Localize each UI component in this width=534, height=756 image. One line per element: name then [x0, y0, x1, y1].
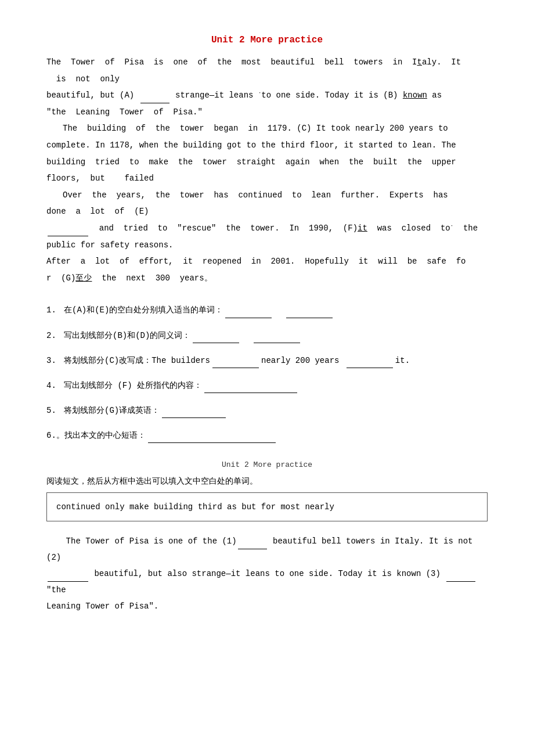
passage2-line3: Leaning Tower of Pisa".: [46, 598, 488, 614]
question-3: 3. 将划线部分(C)改写成：The buildersnearly 200 ye…: [46, 354, 488, 368]
question-4: 4. 写出划线部分 (F) 处所指代的内容：: [46, 379, 488, 393]
passage-section-2: The Tower of Pisa is one of the (1) beau…: [46, 533, 488, 614]
q4-text: 写出划线部分 (F) 处所指代的内容：: [64, 379, 488, 393]
passage-para3-line3: and tried to "rescue" the tower. In 1990…: [46, 221, 488, 236]
passage-para4-line1: After a lot of effort, it reopened in 20…: [46, 254, 488, 269]
text-span: beautiful, but (A) strange—it leans ·to …: [46, 91, 442, 100]
q1-text: 在(A)和(E)的空白处分别填入适当的单词：: [64, 303, 488, 318]
q3-num: 3.: [46, 354, 64, 368]
blank-s2-2: [48, 581, 88, 582]
q2-blank1: [193, 343, 239, 343]
passage2-line2: beautiful, but also strange—it leans to …: [46, 566, 488, 598]
passage-para3-line4: public for safety reasons.: [46, 237, 488, 253]
section2-title: Unit 2 More practice: [46, 460, 488, 469]
blank-A: [140, 103, 169, 103]
q2-text: 写出划线部分(B)和(D)的同义词：: [64, 329, 488, 343]
q3-text: 将划线部分(C)改写成：The buildersnearly 200 years…: [64, 354, 488, 368]
passage-line-1: The Tower of Pisa is one of the most bea…: [46, 55, 488, 70]
q1-num: 1.: [46, 303, 64, 318]
passage-para4-line2: r (G)至少 the next 300 years。: [46, 271, 488, 286]
passage-para3-line2: done a lot of (E): [46, 204, 488, 219]
section2-intro: 阅读短文，然后从方框中选出可以填入文中空白处的单词。: [46, 476, 488, 487]
question-2: 2. 写出划线部分(B)和(D)的同义词：: [46, 329, 488, 343]
question-5: 5. 将划线部分(G)译成英语：: [46, 404, 488, 418]
word-zhishao: 至少: [75, 273, 92, 283]
passage-para2-line2: complete. In 1178, when the building got…: [46, 138, 488, 153]
word-it: it: [358, 224, 367, 233]
q6-num: 6.。: [46, 429, 64, 443]
q6-text: 找出本文的中心短语：: [64, 429, 488, 443]
blank-s2-1: [238, 549, 267, 549]
passage-para2-line3: building tried to make the tower straigh…: [46, 154, 488, 170]
q2-blank2: [254, 343, 300, 343]
q5-blank: [162, 417, 226, 418]
question-1: 1. 在(A)和(E)的空白处分别填入适当的单词：: [46, 303, 488, 318]
q4-blank: [204, 393, 297, 393]
q3-blank2: [347, 368, 393, 368]
q1-blank2: [286, 318, 333, 318]
q6-blank: [148, 442, 276, 443]
q1-blank1: [225, 318, 272, 318]
text-span: is not only: [46, 74, 120, 84]
passage-section-1: The Tower of Pisa is one of the most bea…: [46, 55, 488, 286]
blank-E: [48, 236, 88, 236]
passage-para2-line4: floors, but failed: [46, 171, 488, 186]
blank-s2-3: [446, 581, 475, 582]
passage2-line1: The Tower of Pisa is one of the (1) beau…: [46, 533, 488, 566]
q2-num: 2.: [46, 329, 64, 343]
page-title: Unit 2 More practice: [46, 35, 488, 45]
passage-para2-line1: The building of the tower began in 1179.…: [46, 121, 488, 136]
questions-section: 1. 在(A)和(E)的空白处分别填入适当的单词： 2. 写出划线部分(B)和(…: [46, 303, 488, 443]
q4-num: 4.: [46, 379, 64, 393]
q5-num: 5.: [46, 404, 64, 418]
word-known: known: [403, 91, 427, 100]
q5-text: 将划线部分(G)译成英语：: [64, 404, 488, 418]
passage-line-2: is not only: [46, 71, 488, 87]
text-span: The Tower of Pisa is one of the most bea…: [46, 57, 461, 67]
question-6: 6.。 找出本文的中心短语：: [46, 429, 488, 443]
passage-line-4: "the Leaning Tower of Pisa.": [46, 105, 488, 120]
passage-line-3: beautiful, but (A) strange—it leans ·to …: [46, 88, 488, 103]
word-box: continued only make building third as bu…: [46, 492, 488, 521]
text-span: "the Leaning Tower of Pisa.": [46, 107, 203, 117]
q3-blank1: [212, 368, 259, 368]
passage-para3-line1: Over the years, the tower has continued …: [46, 188, 488, 203]
